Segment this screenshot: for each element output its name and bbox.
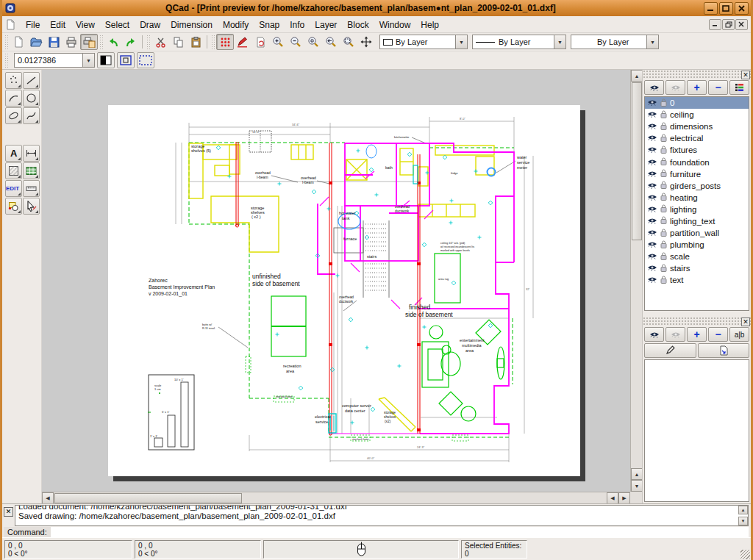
print-preview-button[interactable] — [80, 34, 98, 50]
layer-row-plumbing[interactable]: plumbing — [645, 239, 749, 251]
layer-attributes-button[interactable] — [729, 80, 749, 95]
command-input[interactable] — [51, 527, 749, 537]
scroll-left-button-2[interactable]: ◀ — [607, 492, 618, 503]
menu-layer[interactable]: Layer — [310, 18, 342, 32]
layer-row-partition_wall[interactable]: partition_wall — [645, 227, 749, 239]
tool-blocks-button[interactable] — [5, 198, 22, 215]
page-borders-button[interactable] — [137, 52, 154, 68]
layer-row-0[interactable]: 0 — [645, 97, 749, 109]
tool-hatches-button[interactable] — [5, 162, 22, 179]
add-layer-button[interactable]: + — [687, 80, 707, 95]
scroll-left-button[interactable]: ◀ — [42, 492, 54, 503]
menu-select[interactable]: Select — [100, 18, 135, 32]
redraw-button[interactable] — [251, 34, 269, 50]
tool-arcs-button[interactable] — [5, 90, 22, 107]
close-button[interactable] — [735, 2, 749, 15]
tool-select-button[interactable] — [23, 198, 40, 215]
scroll-right-button[interactable]: ▶ — [618, 492, 630, 503]
layer-visibility-icon[interactable] — [647, 205, 657, 214]
black-white-mode-button[interactable] — [97, 52, 115, 68]
undo-button[interactable] — [104, 34, 122, 50]
open-file-button[interactable] — [27, 34, 45, 50]
layer-lock-icon[interactable] — [660, 240, 667, 250]
layer-visibility-icon[interactable] — [647, 134, 657, 143]
minimize-button[interactable] — [704, 2, 718, 15]
layer-row-foundation[interactable]: foundation — [645, 156, 749, 168]
scroll-down-button[interactable]: ▼ — [631, 480, 642, 492]
linetype-combo[interactable]: By Layer▼ — [472, 35, 566, 49]
layer-row-heating[interactable]: heating — [645, 192, 749, 204]
layer-visibility-icon[interactable] — [647, 193, 657, 202]
layer-lock-icon[interactable] — [660, 157, 667, 167]
resize-grip[interactable] — [740, 550, 750, 559]
layer-panel-grip[interactable]: ✕ — [643, 70, 751, 79]
tool-lines-button[interactable] — [23, 72, 40, 89]
layer-visibility-icon[interactable] — [647, 170, 657, 179]
layer-visibility-icon[interactable] — [647, 252, 657, 261]
layer-row-stairs[interactable]: stairs — [645, 262, 749, 274]
scale-combo-arrow[interactable]: ▼ — [82, 54, 94, 67]
paste-button[interactable] — [187, 34, 204, 50]
width-combo-arrow[interactable]: ▼ — [646, 35, 658, 49]
show-all-blocks-button[interactable] — [644, 327, 664, 342]
layer-lock-icon[interactable] — [660, 110, 667, 120]
layer-visibility-icon[interactable] — [647, 146, 657, 154]
remove-layer-button[interactable]: − — [708, 80, 728, 95]
mdi-close-button[interactable] — [735, 19, 748, 30]
layer-lock-icon[interactable] — [660, 229, 667, 238]
layer-row-fixtures[interactable]: fixtures — [645, 144, 749, 156]
layer-visibility-icon[interactable] — [647, 182, 657, 190]
command-close-icon[interactable]: ✕ — [4, 507, 13, 517]
print-button[interactable] — [63, 34, 80, 50]
layer-lock-icon[interactable] — [660, 181, 667, 190]
zoom-out-button[interactable] — [287, 34, 304, 50]
color-combo-arrow[interactable]: ▼ — [455, 35, 467, 49]
menu-file[interactable]: File — [21, 18, 45, 32]
tool-splines-button[interactable] — [23, 107, 40, 124]
layer-row-furniture[interactable]: furniture — [645, 168, 749, 180]
layer-visibility-icon[interactable] — [647, 217, 657, 226]
copy-button[interactable] — [169, 34, 187, 50]
save-file-button[interactable] — [45, 34, 63, 50]
tool-images-button[interactable] — [23, 162, 40, 179]
zoom-in-button[interactable] — [269, 34, 287, 50]
hide-all-blocks-button[interactable] — [665, 327, 685, 342]
mdi-restore-button[interactable] — [722, 19, 735, 30]
layer-row-scale[interactable]: scale — [645, 251, 749, 262]
show-all-layers-button[interactable] — [644, 80, 664, 95]
scale-combo[interactable]: 0.0127386 ▼ — [14, 53, 95, 68]
tool-text-button[interactable]: A — [5, 145, 22, 162]
layer-lock-icon[interactable] — [660, 193, 667, 202]
tool-measure-button[interactable] — [23, 180, 40, 197]
tool-dimensions-button[interactable] — [23, 145, 40, 162]
menu-help[interactable]: Help — [415, 18, 444, 32]
redo-button[interactable] — [122, 34, 140, 50]
tool-circles-button[interactable] — [23, 90, 40, 107]
layer-lock-icon[interactable] — [660, 122, 667, 132]
linetype-combo-arrow[interactable]: ▼ — [554, 35, 565, 49]
color-combo[interactable]: By Layer▼ — [379, 35, 468, 49]
layer-lock-icon[interactable] — [660, 134, 667, 143]
layer-lock-icon[interactable] — [660, 216, 667, 226]
menu-snap[interactable]: Snap — [254, 18, 285, 32]
draft-mode-button[interactable] — [117, 52, 135, 68]
tool-points-button[interactable] — [5, 72, 22, 89]
menu-edit[interactable]: Edit — [45, 18, 71, 32]
layer-row-electrical[interactable]: electrical — [645, 132, 749, 144]
hide-all-layers-button[interactable] — [665, 80, 685, 95]
layer-panel-close-icon[interactable]: ✕ — [741, 71, 750, 79]
new-document-button[interactable] — [10, 34, 27, 50]
drawing-canvas[interactable]: ZahorecBasement Improvement Planv 2009-0… — [42, 70, 642, 503]
vertical-scrollbar[interactable]: ▲ ▲ ▼ — [630, 70, 642, 492]
history-scroll-down[interactable]: ▼ — [738, 517, 748, 525]
menu-draw[interactable]: Draw — [135, 18, 165, 32]
edit-block-button[interactable] — [644, 343, 696, 358]
layer-visibility-icon[interactable] — [647, 264, 657, 273]
history-scroll-up[interactable]: ▲ — [738, 506, 748, 514]
cut-button[interactable] — [151, 34, 169, 50]
layer-visibility-icon[interactable] — [647, 122, 657, 131]
layer-lock-icon[interactable] — [660, 98, 667, 108]
layer-lock-icon[interactable] — [660, 264, 667, 273]
menu-window[interactable]: Window — [374, 18, 416, 32]
add-block-button[interactable]: + — [687, 327, 707, 342]
